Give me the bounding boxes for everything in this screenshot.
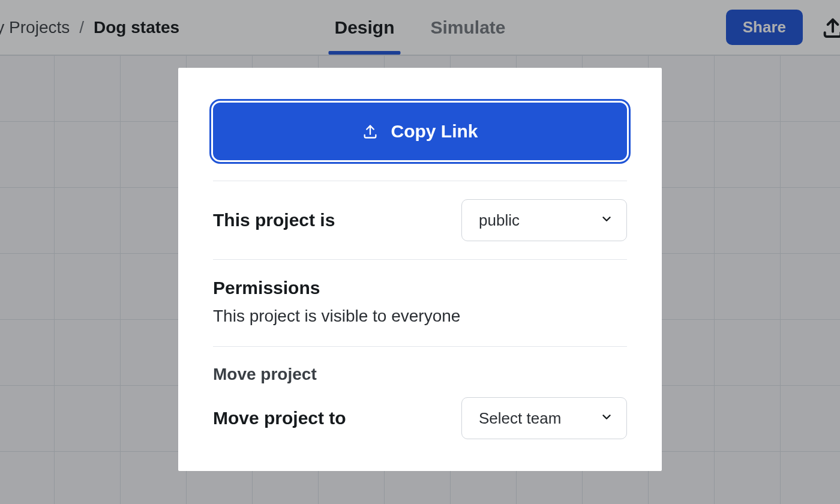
- copy-link-label: Copy Link: [391, 121, 478, 142]
- chevron-down-icon: [600, 409, 613, 428]
- copy-link-button[interactable]: Copy Link: [213, 103, 627, 160]
- move-team-select[interactable]: Select team: [461, 397, 627, 439]
- move-team-value: Select team: [479, 409, 561, 428]
- visibility-label: This project is: [213, 210, 335, 230]
- permissions-section: Permissions This project is visible to e…: [213, 259, 627, 346]
- move-section: Move project Move project to Select team: [213, 346, 627, 439]
- move-label: Move project to: [213, 408, 346, 428]
- share-modal: Copy Link This project is public Permiss…: [178, 68, 662, 471]
- visibility-section: This project is public: [213, 181, 627, 259]
- visibility-value: public: [479, 211, 520, 230]
- permissions-description: This project is visible to everyone: [213, 307, 627, 326]
- permissions-heading: Permissions: [213, 278, 627, 298]
- visibility-select[interactable]: public: [461, 199, 627, 241]
- upload-icon: [362, 123, 379, 140]
- chevron-down-icon: [600, 211, 613, 230]
- move-heading: Move project: [213, 365, 627, 384]
